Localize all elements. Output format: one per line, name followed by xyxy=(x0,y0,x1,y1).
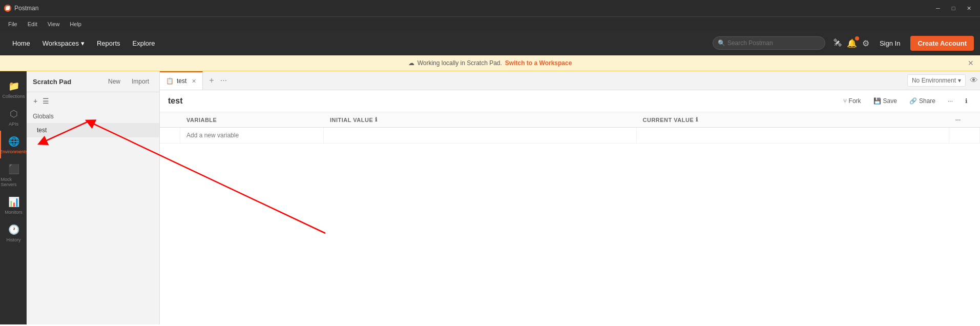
tab-close-button[interactable]: ✕ xyxy=(192,78,196,85)
row-actions-cell xyxy=(949,128,980,143)
collections-icon: 📁 xyxy=(8,80,19,92)
sidebar-item-environments-label: Environments xyxy=(0,149,28,154)
search-input[interactable] xyxy=(713,36,825,50)
header-variable: VARIABLE xyxy=(180,112,324,127)
sidebar-toolbar: + ☰ xyxy=(27,92,159,110)
sidebar-title: Scratch Pad xyxy=(33,78,71,86)
save-button[interactable]: 💾 Save xyxy=(869,95,901,107)
add-tab-button[interactable]: + xyxy=(207,75,216,86)
add-variable-input[interactable] xyxy=(186,132,317,139)
environment-table: VARIABLE INITIAL VALUE ℹ CURRENT VALUE ℹ… xyxy=(160,112,980,324)
apis-icon: ⬡ xyxy=(10,108,18,119)
add-variable-input-cell[interactable] xyxy=(180,128,324,143)
menu-view[interactable]: View xyxy=(44,19,64,29)
bell-icon[interactable]: 🔔 xyxy=(847,38,857,48)
sidebar-item-monitors-label: Monitors xyxy=(5,210,23,215)
import-button[interactable]: Import xyxy=(128,76,153,87)
sidebar-item-history[interactable]: 🕐 History xyxy=(0,219,27,247)
environment-selector[interactable]: No Environment ▾ xyxy=(907,74,966,87)
main-layout: 📁 Collections ⬡ APIs 🌐 Environments ⬛ Mo… xyxy=(0,71,980,324)
fork-button[interactable]: ⑂ Fork xyxy=(839,95,865,107)
menu-help[interactable]: Help xyxy=(66,19,86,29)
titlebar: Postman ─ □ ✕ xyxy=(0,0,980,16)
sidebar-item-collections-label: Collections xyxy=(2,94,25,99)
close-button[interactable]: ✕ xyxy=(962,1,976,15)
switch-workspace-link[interactable]: Switch to a Workspace xyxy=(505,59,572,67)
banner-text: Working locally in Scratch Pad. xyxy=(418,59,502,67)
sidebar-icon-rail: 📁 Collections ⬡ APIs 🌐 Environments ⬛ Mo… xyxy=(0,71,27,324)
content-actions: ⑂ Fork 💾 Save 🔗 Share ··· ℹ xyxy=(839,95,972,107)
nav-workspaces[interactable]: Workspaces ▾ xyxy=(36,36,91,50)
initial-value-cell[interactable] xyxy=(324,128,637,143)
window-controls: ─ □ ✕ xyxy=(931,1,976,15)
save-icon: 💾 xyxy=(873,97,881,105)
app-title: Postman xyxy=(14,5,38,12)
sidebar-globals-section[interactable]: Globals xyxy=(27,110,159,123)
current-value-info-icon: ℹ xyxy=(696,116,698,123)
share-button[interactable]: 🔗 Share xyxy=(905,95,940,107)
tab-label: test xyxy=(177,77,186,85)
content-header: test ⑂ Fork 💾 Save 🔗 Share ··· ℹ xyxy=(160,90,980,112)
sidebar-env-test[interactable]: test xyxy=(27,123,159,137)
sidebar-item-apis-label: APIs xyxy=(9,121,18,127)
sidebar-item-mock-servers-label: Mock Servers xyxy=(1,177,27,187)
navbar: Home Workspaces ▾ Reports Explore 🔍 🛰 🔔 … xyxy=(0,31,980,55)
new-button[interactable]: New xyxy=(104,76,124,87)
tab-env-icon: 📋 xyxy=(166,77,174,85)
settings-icon[interactable]: ⚙ xyxy=(862,38,869,48)
env-chevron-icon: ▾ xyxy=(958,77,961,84)
no-environment-label: No Environment xyxy=(912,77,956,84)
sidebar-item-apis[interactable]: ⬡ APIs xyxy=(0,103,27,131)
content-area: 📋 test ✕ + ··· No Environment ▾ 👁 test ⑂ xyxy=(160,71,980,324)
search-wrapper: 🔍 xyxy=(713,36,825,50)
sidebar-header-actions: New Import xyxy=(104,76,153,87)
add-environment-button[interactable]: + xyxy=(32,95,39,107)
sidebar-item-monitors[interactable]: 📊 Monitors xyxy=(0,191,27,219)
more-actions-button[interactable]: ··· xyxy=(944,95,957,107)
info-button[interactable]: ℹ xyxy=(961,95,972,107)
nav-reports[interactable]: Reports xyxy=(91,36,127,50)
sidebar-panel: Scratch Pad New Import + ☰ Globals test xyxy=(27,71,160,324)
sidebar-header: Scratch Pad New Import xyxy=(27,71,159,92)
menu-edit[interactable]: Edit xyxy=(24,19,41,29)
sidebar-item-environments[interactable]: 🌐 Environments xyxy=(0,131,27,158)
sidebar-item-mock-servers[interactable]: ⬛ Mock Servers xyxy=(0,158,27,191)
mock-servers-icon: ⬛ xyxy=(8,164,19,175)
initial-value-info-icon: ℹ xyxy=(375,116,378,123)
env-visibility-button[interactable]: 👁 xyxy=(968,75,980,86)
maximize-button[interactable]: □ xyxy=(946,1,961,15)
environment-title: test xyxy=(168,96,182,106)
tab-overflow-button[interactable]: ··· xyxy=(218,75,229,86)
notification-badge xyxy=(855,36,859,40)
header-initial-value: INITIAL VALUE ℹ xyxy=(324,112,637,127)
tab-test[interactable]: 📋 test ✕ xyxy=(160,71,203,90)
menu-file[interactable]: File xyxy=(4,19,22,29)
environments-icon: 🌐 xyxy=(8,136,19,147)
titlebar-left: Postman xyxy=(4,5,38,12)
sign-in-button[interactable]: Sign In xyxy=(874,36,905,50)
sidebar-item-history-label: History xyxy=(6,237,20,242)
app-logo xyxy=(4,5,11,12)
nav-explore[interactable]: Explore xyxy=(127,36,161,50)
search-icon: 🔍 xyxy=(718,39,725,47)
header-current-value: CURRENT VALUE ℹ xyxy=(637,112,950,127)
header-actions: ··· xyxy=(949,112,980,127)
scratch-pad-banner: ☁ Working locally in Scratch Pad. Switch… xyxy=(0,55,980,71)
menubar: File Edit View Help xyxy=(0,16,980,31)
create-account-button[interactable]: Create Account xyxy=(910,36,974,51)
minimize-button[interactable]: ─ xyxy=(931,1,945,15)
header-checkbox xyxy=(160,112,180,127)
chevron-down-icon: ▾ xyxy=(81,39,85,47)
cloud-icon: ☁ xyxy=(408,59,414,67)
current-value-cell[interactable] xyxy=(637,128,950,143)
tab-area: 📋 test ✕ + ··· No Environment ▾ 👁 xyxy=(160,71,980,90)
sidebar-item-collections[interactable]: 📁 Collections xyxy=(0,75,27,103)
table-header: VARIABLE INITIAL VALUE ℹ CURRENT VALUE ℹ… xyxy=(160,112,980,128)
share-icon: 🔗 xyxy=(909,97,917,105)
banner-close-button[interactable]: ✕ xyxy=(968,59,974,67)
tab-actions: + ··· xyxy=(203,75,233,86)
filter-button[interactable]: ☰ xyxy=(41,95,51,107)
add-variable-row xyxy=(160,128,980,144)
nav-home[interactable]: Home xyxy=(6,36,36,50)
satellite-icon[interactable]: 🛰 xyxy=(833,38,842,48)
